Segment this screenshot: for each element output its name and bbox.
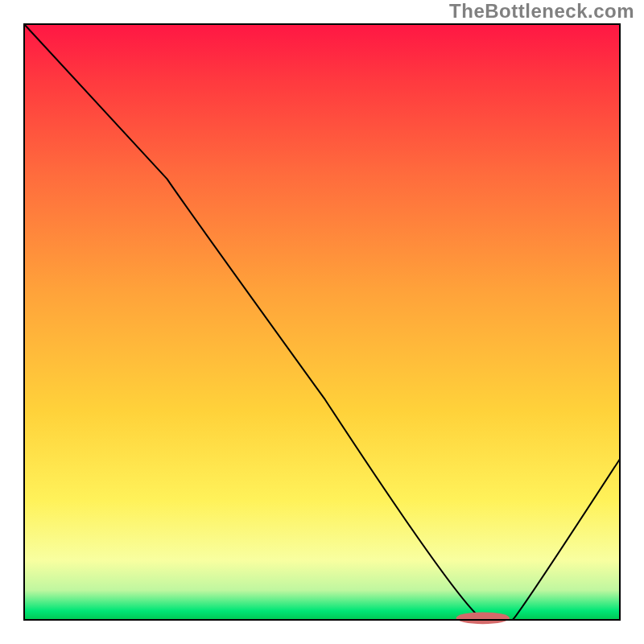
plot-background [24,24,620,620]
watermark-text: TheBottleneck.com [449,0,634,23]
chart-container: TheBottleneck.com [0,0,644,644]
bottleneck-chart [0,0,644,644]
optimal-marker [456,612,510,624]
